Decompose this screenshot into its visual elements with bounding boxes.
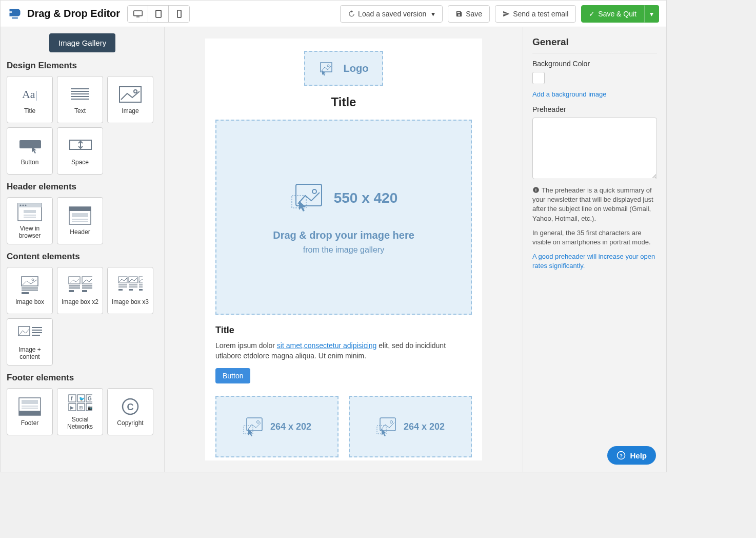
dropzone-hint-1: Drag & drop your image here [273, 229, 414, 241]
svg-rect-35 [69, 290, 74, 292]
send-icon [503, 10, 510, 17]
preheader-info-3: A good preheader will increase your open… [532, 252, 657, 271]
tile-image-content[interactable]: Image + content [7, 318, 53, 366]
dropzone-size: 264 x 202 [404, 421, 445, 432]
email-canvas[interactable]: Logo Title 550 x 420 Drag & drop your im… [205, 39, 482, 460]
logo-dropzone[interactable]: Logo [304, 51, 383, 86]
send-test-button[interactable]: Send a test email [495, 5, 576, 23]
tile-header[interactable]: Header [57, 197, 103, 244]
svg-rect-23 [69, 207, 91, 211]
canvas-button[interactable]: Button [215, 368, 250, 383]
tile-label: Text [74, 107, 86, 114]
caret-down-icon: ▾ [650, 10, 653, 18]
svg-rect-31 [22, 292, 29, 294]
image-box-icon [17, 276, 42, 295]
header-icon [68, 206, 92, 225]
app-title: Drag & Drop Editor [27, 8, 120, 20]
tile-space[interactable]: Space [57, 127, 103, 175]
save-label: Save [466, 10, 482, 18]
image-dropzone-col-2[interactable]: 264 x 202 [349, 396, 472, 457]
footer-icon [17, 397, 42, 416]
tile-label: Button [21, 159, 39, 166]
tile-label: Image [122, 107, 138, 114]
preheader-info-1: iThe preheader is a quick summary of you… [532, 186, 657, 223]
social-icon: f🐦G▶⊞📷 [68, 393, 92, 413]
image-box-x3-icon [118, 276, 143, 295]
section-title-header: Header elements [7, 182, 158, 192]
svg-rect-58 [22, 400, 38, 404]
canvas-title-1[interactable]: Title [205, 95, 482, 109]
save-quit-label: Save & Quit [598, 10, 636, 18]
info-icon: i [532, 186, 540, 194]
svg-rect-3 [177, 10, 181, 17]
svg-point-77 [327, 65, 329, 67]
svg-point-18 [25, 205, 27, 206]
image-dropzone-col-1[interactable]: 264 x 202 [215, 396, 339, 457]
load-version-button[interactable]: Load a saved version ▾ [340, 5, 443, 23]
desktop-icon [133, 10, 143, 17]
svg-rect-27 [22, 277, 38, 286]
tile-image[interactable]: Image [107, 76, 153, 123]
image-content-icon [17, 323, 42, 343]
canvas-title-2[interactable]: Title [215, 325, 472, 336]
device-desktop-button[interactable] [128, 6, 148, 22]
tile-label: Image + content [8, 346, 51, 360]
image-drop-icon [243, 415, 265, 438]
svg-rect-9 [120, 87, 141, 102]
title-icon: Aa| [17, 85, 42, 104]
image-box-x2-icon [68, 276, 92, 295]
svg-rect-24 [72, 213, 88, 217]
tile-label: Copyright [117, 419, 143, 427]
image-gallery-button[interactable]: Image Gallery [49, 33, 115, 52]
tile-button[interactable]: Button [7, 127, 53, 175]
bg-color-swatch[interactable] [532, 72, 545, 84]
preheader-input[interactable] [532, 118, 657, 179]
tile-text[interactable]: Text [57, 76, 103, 123]
panel-heading: General [532, 36, 657, 53]
section-title-footer: Footer elements [7, 373, 158, 383]
save-quit-caret-button[interactable]: ▾ [644, 5, 659, 23]
device-tablet-button[interactable] [148, 6, 169, 22]
svg-rect-39 [82, 290, 87, 292]
svg-text:📷: 📷 [88, 405, 92, 411]
canvas-paragraph[interactable]: Lorem ipsum dolor sit amet,consectetur a… [215, 341, 472, 361]
svg-point-17 [23, 205, 24, 206]
bg-color-label: Background Color [532, 60, 657, 68]
tile-title[interactable]: Aa| Title [7, 76, 53, 123]
main-image-dropzone[interactable]: 550 x 420 Drag & drop your image here fr… [215, 120, 472, 315]
tile-image-box-x3[interactable]: Image box x3 [107, 267, 153, 314]
svg-rect-48 [139, 277, 143, 283]
dropzone-hint-2: from the image gallery [303, 245, 384, 255]
properties-panel: General Background Color Add a backgroun… [523, 27, 666, 472]
tile-footer[interactable]: Footer [7, 388, 53, 435]
tile-image-box-x2[interactable]: Image box x2 [57, 267, 103, 314]
svg-text:i: i [535, 188, 536, 193]
para-link[interactable]: sit amet,consectetur adipisicing [277, 341, 377, 350]
canvas-area: Logo Title 550 x 420 Drag & drop your im… [165, 27, 523, 472]
tile-label: View in browser [8, 225, 51, 239]
tile-copyright[interactable]: C Copyright [107, 388, 153, 435]
add-bg-image-link[interactable]: Add a background image [532, 90, 607, 98]
image-drop-icon [290, 180, 326, 216]
help-button[interactable]: ? Help [607, 446, 656, 465]
tile-view-in-browser[interactable]: View in browser [7, 197, 53, 244]
save-button[interactable]: Save [448, 5, 490, 23]
svg-rect-32 [69, 277, 80, 284]
button-icon [17, 136, 42, 156]
svg-rect-1 [136, 16, 140, 17]
svg-text:▶: ▶ [70, 405, 74, 410]
save-icon [455, 10, 463, 17]
tile-label: Header [70, 228, 90, 236]
svg-text:C: C [127, 402, 134, 412]
tile-image-box[interactable]: Image box [7, 267, 53, 314]
device-mobile-button[interactable] [169, 6, 189, 22]
svg-point-82 [256, 421, 259, 424]
tile-social-networks[interactable]: f🐦G▶⊞📷 Social Networks [57, 388, 103, 435]
para-pre: Lorem ipsum dolor [215, 341, 277, 350]
svg-rect-51 [139, 289, 143, 291]
save-quit-button[interactable]: ✓ Save & Quit [581, 5, 644, 23]
section-title-design: Design Elements [7, 61, 158, 71]
tile-label: Footer [21, 419, 39, 427]
device-switcher [127, 5, 190, 23]
svg-rect-15 [18, 203, 42, 207]
